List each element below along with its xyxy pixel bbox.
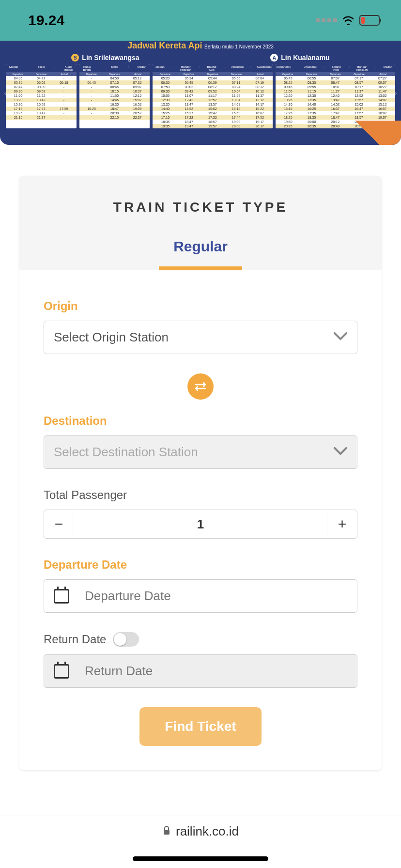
passenger-label: Total Passenger (44, 488, 357, 502)
svg-rect-0 (164, 830, 170, 835)
url-text[interactable]: railink.co.id (176, 824, 239, 839)
home-indicator[interactable] (133, 856, 268, 861)
calendar-icon (54, 664, 69, 679)
clock-time: 19.24 (28, 12, 64, 29)
find-ticket-button[interactable]: Find Ticket (139, 707, 261, 746)
departure-date-input[interactable]: Departure Date (44, 579, 357, 613)
return-toggle[interactable] (113, 632, 139, 647)
schedule-table: Medan→Binjai→Kuala BingaiDepartureDepart… (6, 64, 77, 128)
schedule-table: Kuala Bingai→Binjai→MedanDepartureDepart… (79, 64, 150, 128)
schedule-banner[interactable]: ‹ › Jadwal Kereta Api Berlaku mulai 1 No… (0, 41, 401, 145)
return-date-label: Return Date (44, 633, 106, 646)
origin-placeholder: Select Origin Station (54, 330, 169, 345)
passenger-stepper: − 1 + (44, 510, 357, 539)
carousel-next-icon[interactable]: › (393, 86, 397, 100)
status-bar: 19.24 (0, 0, 401, 41)
destination-placeholder: Select Destination Station (54, 445, 198, 460)
wifi-icon (342, 16, 355, 25)
destination-label: Destination (44, 414, 357, 428)
line-kualanamu: ALin Kualanamu (270, 54, 329, 62)
return-date-input[interactable]: Return Date (44, 654, 357, 688)
passenger-count: 1 (74, 517, 327, 532)
browser-bar: railink.co.id (0, 816, 401, 868)
status-icons (316, 15, 380, 26)
schedule-table: Medan→Bandar Khalipah→Batang Kuis→Araska… (153, 64, 272, 128)
chevron-down-icon (334, 447, 347, 458)
departure-date-label: Departure Date (44, 558, 357, 572)
banner-decoration (333, 121, 401, 145)
card-title: TRAIN TICKET TYPE (29, 200, 372, 215)
origin-label: Origin (44, 299, 357, 313)
swap-button[interactable] (187, 373, 214, 400)
schedule-table: Kualanamu→Araskabu→Batang Kuis→Bandar Kh… (276, 64, 395, 128)
calendar-icon (54, 589, 69, 604)
lock-icon (162, 826, 171, 837)
swap-icon (194, 381, 207, 392)
tab-regular[interactable]: Regular (159, 230, 242, 270)
ticket-form-card: TRAIN TICKET TYPE Regular Origin Select … (19, 176, 382, 770)
increment-button[interactable]: + (327, 510, 357, 538)
banner-title: Jadwal Kereta Api (127, 41, 202, 50)
carousel-prev-icon[interactable]: ‹ (4, 86, 8, 100)
signal-icon (316, 18, 337, 22)
line-srilelawangsa: SLin Srilelawangsa (71, 54, 139, 62)
battery-icon (359, 15, 380, 26)
decrement-button[interactable]: − (44, 510, 74, 538)
origin-select[interactable]: Select Origin Station (44, 321, 357, 354)
destination-select[interactable]: Select Destination Station (44, 435, 357, 469)
banner-subtitle: Berlaku mulai 1 November 2023 (204, 44, 274, 49)
chevron-down-icon (334, 332, 347, 343)
